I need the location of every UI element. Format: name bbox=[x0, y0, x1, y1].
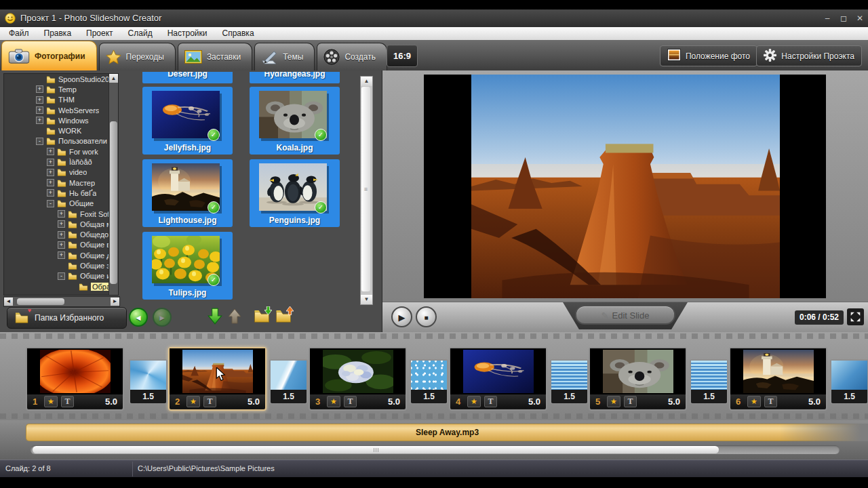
collapse-icon[interactable]: - bbox=[36, 138, 43, 145]
expand-icon[interactable]: + bbox=[58, 220, 65, 228]
tab-create[interactable]: Создать bbox=[317, 43, 387, 70]
expand-icon[interactable]: + bbox=[58, 251, 65, 259]
menu-slide[interactable]: Слайд bbox=[121, 27, 160, 40]
tab-themes[interactable]: Темы bbox=[254, 43, 315, 70]
expand-icon[interactable]: + bbox=[47, 179, 54, 186]
timeline-slide[interactable]: 5★T5.0 bbox=[589, 347, 687, 411]
aspect-ratio-button[interactable]: 16:9 bbox=[387, 45, 418, 67]
text-badge-icon[interactable]: T bbox=[61, 396, 74, 407]
tree-item[interactable]: +THM bbox=[4, 95, 118, 105]
tree-item[interactable]: +Temp bbox=[4, 84, 118, 94]
star-badge-icon[interactable]: ★ bbox=[607, 396, 620, 407]
timeline-slide[interactable]: 6★T5.0 bbox=[729, 347, 827, 411]
timeline-slide[interactable]: 3★T5.0 bbox=[309, 347, 407, 411]
tree-item[interactable]: Обра▼ bbox=[4, 281, 118, 291]
audio-track[interactable]: Sleep Away.mp3 bbox=[26, 424, 868, 441]
menu-file[interactable]: Файл bbox=[1, 27, 37, 40]
tree-hscrollbar-thumb[interactable] bbox=[17, 298, 64, 305]
edit-slide-button[interactable]: ✎Edit Slide bbox=[575, 305, 675, 325]
text-badge-icon[interactable]: T bbox=[764, 396, 777, 407]
timeline-transition[interactable]: 1.5 bbox=[550, 359, 589, 404]
project-settings-button[interactable]: Настройки Проэкта bbox=[756, 45, 862, 66]
expand-icon[interactable]: + bbox=[58, 210, 65, 218]
scroll-up-icon[interactable]: ▲ bbox=[361, 77, 372, 86]
collapse-icon[interactable]: - bbox=[47, 200, 54, 207]
tree-item[interactable]: +Foxit Sof bbox=[4, 209, 118, 219]
tree-scrollbar-thumb[interactable] bbox=[110, 121, 117, 284]
remove-photo-up-arrow-icon[interactable] bbox=[228, 308, 241, 327]
expand-icon[interactable]: + bbox=[36, 106, 43, 114]
history-back-button[interactable]: ◄ bbox=[129, 308, 148, 327]
expand-icon[interactable]: + bbox=[58, 231, 65, 239]
photo-thumbnail[interactable]: Koala.jpg✓ bbox=[250, 87, 340, 155]
tree-item[interactable]: +Нь бвҐа bbox=[4, 188, 118, 198]
history-forward-button[interactable]: ► bbox=[153, 308, 172, 327]
tree-item[interactable]: +Общие в bbox=[4, 240, 118, 250]
timeline-scrollbar[interactable] bbox=[31, 445, 840, 454]
menu-edit[interactable]: Правка bbox=[37, 27, 79, 40]
tree-item[interactable]: +Windows bbox=[4, 115, 118, 125]
star-badge-icon[interactable]: ★ bbox=[467, 396, 481, 407]
tree-item[interactable]: -Пользователи bbox=[4, 136, 118, 146]
collapse-icon[interactable]: - bbox=[58, 272, 65, 280]
expand-icon[interactable]: + bbox=[47, 159, 54, 166]
tree-item[interactable]: -Общие и bbox=[4, 271, 118, 281]
tree-item[interactable]: +Общая м bbox=[4, 219, 118, 229]
photo-thumbnail[interactable]: Lighthouse.jpg✓ bbox=[142, 159, 233, 227]
tab-photos[interactable]: Фотографии bbox=[1, 41, 97, 71]
tree-item[interactable]: Общие з bbox=[4, 260, 118, 270]
menu-settings[interactable]: Настройки bbox=[160, 27, 215, 40]
tree-item[interactable]: -Общие bbox=[4, 199, 118, 209]
add-photo-down-arrow-icon[interactable] bbox=[208, 308, 222, 328]
photo-thumbnail[interactable]: Penguins.jpg✓ bbox=[250, 159, 340, 227]
expand-icon[interactable]: + bbox=[58, 241, 65, 249]
star-badge-icon[interactable]: ★ bbox=[44, 396, 58, 407]
tree-item[interactable]: +For work bbox=[4, 146, 118, 157]
minimize-button[interactable]: – bbox=[819, 12, 835, 24]
timeline-transition[interactable]: 1.5 bbox=[269, 359, 308, 404]
tree-item[interactable]: +video bbox=[4, 167, 118, 178]
timeline-slide[interactable]: 4★T5.0 bbox=[449, 347, 547, 411]
text-badge-icon[interactable]: T bbox=[203, 396, 216, 407]
scroll-up-icon[interactable]: ▲ bbox=[109, 74, 118, 83]
maximize-button[interactable]: ◻ bbox=[835, 12, 852, 24]
text-badge-icon[interactable]: T bbox=[484, 396, 497, 407]
tree-item[interactable]: +Ìàñòåð bbox=[4, 157, 118, 167]
expand-icon[interactable]: + bbox=[47, 148, 54, 155]
favorites-folder-button[interactable]: ♥ Папка Избранного bbox=[7, 307, 127, 329]
tree-item[interactable]: SpoonStudio201 bbox=[4, 74, 118, 84]
menu-help[interactable]: Справка bbox=[214, 27, 261, 40]
photo-thumbnail-partial[interactable]: Hydrangeas.jpg bbox=[250, 72, 340, 83]
tree-item[interactable]: WORK bbox=[4, 125, 118, 136]
star-badge-icon[interactable]: ★ bbox=[186, 396, 200, 407]
photo-position-button[interactable]: Положение фото bbox=[660, 45, 757, 66]
menu-project[interactable]: Проект bbox=[79, 27, 121, 40]
play-button[interactable]: ▶ bbox=[391, 306, 412, 327]
timeline-transition[interactable]: 1.5 bbox=[410, 359, 448, 404]
scroll-down-icon[interactable]: ▼ bbox=[361, 295, 372, 304]
tab-transitions[interactable]: Переходы bbox=[99, 43, 176, 70]
timeline-transition[interactable]: 1.5 bbox=[129, 359, 167, 404]
expand-icon[interactable]: + bbox=[36, 96, 43, 104]
timeline-transition[interactable]: 1.5 bbox=[830, 359, 868, 404]
tab-intros[interactable]: Заставки bbox=[178, 43, 252, 70]
close-button[interactable]: ✕ bbox=[852, 12, 868, 24]
open-folder-button[interactable] bbox=[275, 308, 292, 325]
photo-thumbnail[interactable]: Tulips.jpg✓ bbox=[142, 232, 233, 300]
expand-icon[interactable]: + bbox=[36, 117, 43, 124]
photo-thumbnail[interactable]: Jellyfish.jpg✓ bbox=[142, 87, 233, 155]
expand-icon[interactable]: + bbox=[47, 189, 54, 197]
fullscreen-button[interactable] bbox=[847, 308, 864, 325]
timeline-scrollbar-thumb[interactable] bbox=[33, 446, 719, 453]
expand-icon[interactable]: + bbox=[47, 169, 54, 176]
expand-icon[interactable]: + bbox=[36, 85, 43, 93]
tree-item[interactable]: +Общедо bbox=[4, 229, 118, 239]
text-badge-icon[interactable]: T bbox=[624, 396, 637, 407]
star-badge-icon[interactable]: ★ bbox=[327, 396, 340, 407]
tree-item[interactable]: +Общие д bbox=[4, 250, 118, 260]
photos-vertical-scrollbar[interactable]: ▲ ≡ ▼ bbox=[360, 76, 373, 305]
tree-item[interactable]: +Мастер bbox=[4, 178, 118, 188]
star-badge-icon[interactable]: ★ bbox=[747, 396, 761, 407]
tree-item[interactable]: +WebServers bbox=[4, 105, 118, 115]
photo-thumbnail-partial[interactable]: Desert.jpg bbox=[142, 72, 233, 83]
